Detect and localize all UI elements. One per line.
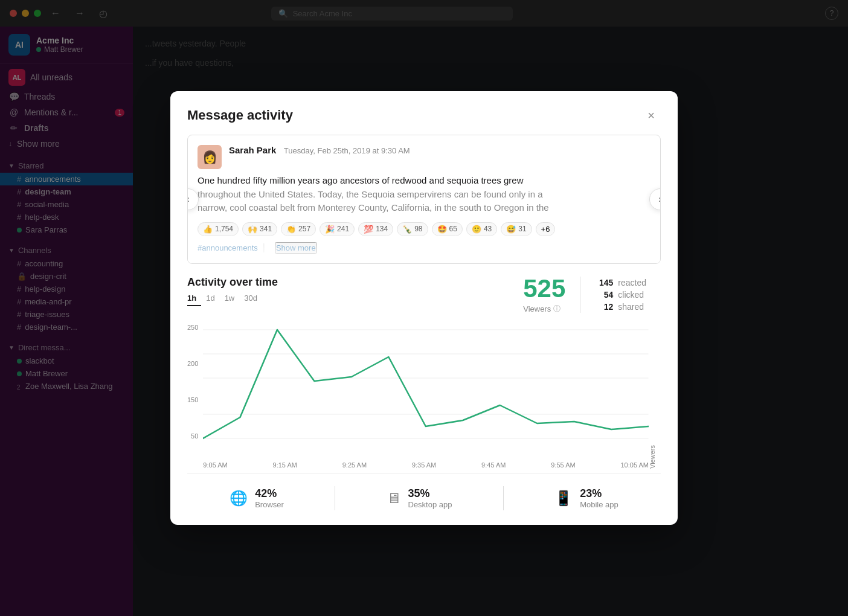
reaction-thumbsup[interactable]: 👍1,754 bbox=[198, 222, 239, 236]
message-card: ‹ › 👩 Sarah Park Tuesday, Feb 25th, 2019… bbox=[187, 135, 661, 264]
x-label-945: 9:45 AM bbox=[481, 461, 506, 469]
desktop-icon: 🖥 bbox=[387, 490, 401, 507]
mobile-pct: 23% bbox=[580, 487, 618, 500]
tab-1h[interactable]: 1h bbox=[187, 292, 201, 306]
message-text: One hundred fifty million years ago ance… bbox=[198, 174, 650, 215]
modal: Message activity × ‹ › 👩 Sarah Park Tues… bbox=[170, 91, 678, 525]
reaction-party[interactable]: 🎉241 bbox=[320, 222, 355, 236]
reaction-starstruck[interactable]: 🤩65 bbox=[432, 222, 463, 236]
stat-mobile: 📱 23% Mobile app bbox=[554, 487, 618, 509]
x-label-905: 9:05 AM bbox=[203, 461, 227, 469]
viewers-label: Viewers ⓘ bbox=[523, 304, 565, 314]
reaction-sweat[interactable]: 😅31 bbox=[501, 222, 532, 236]
stat-browser: 🌐 42% Browser bbox=[230, 487, 284, 509]
desktop-pct: 35% bbox=[408, 487, 452, 500]
x-label-935: 9:35 AM bbox=[412, 461, 436, 469]
mobile-icon: 📱 bbox=[554, 490, 573, 507]
reaction-smile[interactable]: 🙂43 bbox=[466, 222, 497, 236]
x-label-955: 9:55 AM bbox=[551, 461, 575, 469]
tab-30d[interactable]: 30d bbox=[239, 292, 262, 306]
modal-header: Message activity × bbox=[170, 91, 678, 135]
stats-area: 525 Viewers ⓘ 145 reacted 54 bbox=[509, 276, 661, 314]
reaction-more-emoji[interactable]: +6 bbox=[536, 222, 556, 236]
mobile-label: Mobile app bbox=[580, 500, 618, 509]
browser-pct: 42% bbox=[255, 487, 284, 500]
next-message-button[interactable]: › bbox=[649, 188, 661, 210]
activity-header: Activity over time 1h 1d 1w 30d 525 View… bbox=[187, 276, 661, 314]
viewers-count-block: 525 Viewers ⓘ bbox=[509, 276, 580, 314]
y-label-50: 50 bbox=[191, 432, 198, 440]
reaction-hands[interactable]: 🙌341 bbox=[242, 222, 277, 236]
reaction-champagne[interactable]: 🍾98 bbox=[397, 222, 428, 236]
message-sender: Sarah Park bbox=[229, 145, 276, 155]
y-axis-title: Viewers bbox=[649, 324, 661, 469]
bottom-divider-1 bbox=[335, 486, 335, 510]
chart-container: 250 200 150 50 bbox=[187, 324, 661, 469]
y-axis-labels: 250 200 150 50 bbox=[187, 324, 203, 457]
modal-title: Message activity bbox=[187, 107, 293, 123]
reaction-100[interactable]: 💯134 bbox=[358, 222, 393, 236]
message-header: 👩 Sarah Park Tuesday, Feb 25th, 2019 at … bbox=[198, 145, 650, 169]
time-tabs: 1h 1d 1w 30d bbox=[187, 292, 278, 306]
y-label-200: 200 bbox=[187, 360, 198, 367]
x-label-925: 9:25 AM bbox=[342, 461, 367, 469]
x-label-1005: 10:05 AM bbox=[620, 461, 648, 469]
x-label-915: 9:15 AM bbox=[273, 461, 297, 469]
tab-1w[interactable]: 1w bbox=[220, 292, 240, 306]
reaction-clap[interactable]: 👏257 bbox=[281, 222, 316, 236]
viewers-number: 525 bbox=[523, 276, 565, 301]
stats-list: 145 reacted 54 clicked 12 shared bbox=[580, 278, 661, 312]
author-avatar: 👩 bbox=[198, 145, 222, 169]
modal-overlay[interactable]: Message activity × ‹ › 👩 Sarah Park Tues… bbox=[0, 0, 848, 616]
modal-close-button[interactable]: × bbox=[641, 106, 661, 125]
reactions-row: 👍1,754 🙌341 👏257 🎉241 💯134 🍾98 🤩65 🙂43 😅… bbox=[198, 222, 650, 236]
bottom-divider-2 bbox=[503, 486, 504, 510]
stat-clicked: 54 clicked bbox=[595, 290, 646, 300]
tab-1d[interactable]: 1d bbox=[201, 292, 219, 306]
y-label-150: 150 bbox=[187, 396, 198, 403]
stat-reacted: 145 reacted bbox=[595, 278, 646, 287]
stat-desktop: 🖥 35% Desktop app bbox=[387, 487, 452, 509]
y-label-250: 250 bbox=[187, 324, 198, 331]
browser-icon: 🌐 bbox=[230, 490, 248, 507]
message-time: Tuesday, Feb 25th, 2019 at 9:30 AM bbox=[284, 146, 410, 155]
browser-label: Browser bbox=[255, 500, 284, 509]
activity-title: Activity over time bbox=[187, 276, 278, 289]
desktop-label: Desktop app bbox=[408, 500, 452, 509]
activity-chart bbox=[203, 324, 649, 457]
bottom-stats: 🌐 42% Browser 🖥 35% Desktop app bbox=[187, 473, 661, 510]
channel-tag: #announcements bbox=[198, 243, 258, 252]
chart-svg-wrap: 9:05 AM 9:15 AM 9:25 AM 9:35 AM 9:45 AM … bbox=[203, 324, 649, 469]
x-axis-labels: 9:05 AM 9:15 AM 9:25 AM 9:35 AM 9:45 AM … bbox=[203, 461, 649, 469]
activity-section: Activity over time 1h 1d 1w 30d 525 View… bbox=[170, 276, 678, 525]
show-more-button[interactable]: Show more bbox=[275, 242, 317, 254]
stat-shared: 12 shared bbox=[595, 302, 646, 312]
